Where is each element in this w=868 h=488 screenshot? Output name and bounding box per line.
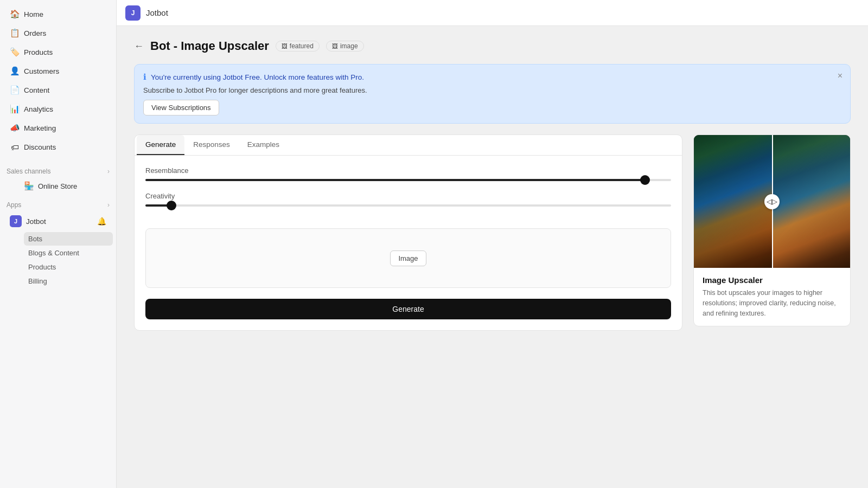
resemblance-slider-row: Resemblance <box>145 166 671 181</box>
sidebar-item-products[interactable]: 🏷️ Products <box>3 43 113 61</box>
left-panel: Generate Responses Examples Resemblance <box>134 134 682 331</box>
page-title: Bot - Image Upscaler <box>150 39 269 53</box>
view-subscriptions-button[interactable]: View Subscriptions <box>143 100 219 115</box>
upgrade-banner: ℹ You're currently using Jotbot Free. Un… <box>134 64 851 124</box>
discounts-icon: 🏷 <box>10 142 20 152</box>
content-icon: 📄 <box>10 85 20 95</box>
image-card: ◁▷ Image Upscaler This bot upscales your… <box>693 134 851 326</box>
creativity-label: Creativity <box>145 192 671 200</box>
sidebar-item-marketing[interactable]: 📣 Marketing <box>3 119 113 137</box>
tag-featured: 🖼 featured <box>276 41 320 52</box>
creativity-track[interactable] <box>145 204 671 207</box>
sidebar-item-home[interactable]: 🏠 Home <box>3 5 113 23</box>
apps-arrow[interactable]: › <box>107 201 110 209</box>
generate-button[interactable]: Generate <box>145 299 671 319</box>
topbar: J Jotbot <box>117 0 868 26</box>
tabs: Generate Responses Examples <box>135 135 682 156</box>
banner-close-button[interactable]: × <box>838 71 843 81</box>
sidebar-item-analytics[interactable]: 📊 Analytics <box>3 100 113 118</box>
upload-area[interactable]: Image <box>145 228 671 288</box>
image-preview: ◁▷ <box>694 135 850 268</box>
products-icon: 🏷️ <box>10 47 20 57</box>
online-store-icon: 🏪 <box>24 181 34 191</box>
jotbot-subitems: Bots Blogs & Content Products Billing <box>0 232 116 288</box>
image-tag-icon: 🖼 <box>332 43 338 49</box>
right-panel: ◁▷ Image Upscaler This bot upscales your… <box>693 134 851 331</box>
image-info: Image Upscaler This bot upscales your im… <box>694 268 850 326</box>
sales-channels-arrow[interactable]: › <box>107 168 110 175</box>
tab-examples[interactable]: Examples <box>239 135 288 155</box>
image-upload-button[interactable]: Image <box>390 251 426 266</box>
content-layout: Generate Responses Examples Resemblance <box>134 134 851 331</box>
orders-icon: 📋 <box>10 28 20 38</box>
tab-responses[interactable]: Responses <box>184 135 239 155</box>
resemblance-track[interactable] <box>145 179 671 181</box>
sidebar: 🏠 Home 📋 Orders 🏷️ Products 👤 Customers … <box>0 0 117 488</box>
sidebar-item-products-sub[interactable]: Products <box>24 260 113 274</box>
sliders-section: Resemblance Creativity <box>135 156 682 228</box>
creativity-thumb[interactable] <box>167 201 176 210</box>
analytics-icon: 📊 <box>10 104 20 114</box>
topbar-logo: J <box>125 5 141 21</box>
main-card: Generate Responses Examples Resemblance <box>134 134 682 331</box>
bell-icon[interactable]: 🔔 <box>97 217 106 226</box>
featured-icon: 🖼 <box>282 43 288 49</box>
banner-alert: ℹ You're currently using Jotbot Free. Un… <box>143 72 841 82</box>
tab-generate[interactable]: Generate <box>137 135 184 155</box>
apps-section: Apps › <box>0 195 116 211</box>
sidebar-item-online-store[interactable]: 🏪 Online Store <box>18 178 113 194</box>
info-icon: ℹ <box>143 72 146 82</box>
image-card-title: Image Upscaler <box>703 275 841 285</box>
sidebar-item-customers[interactable]: 👤 Customers <box>3 62 113 80</box>
sidebar-item-bots[interactable]: Bots <box>24 232 113 246</box>
customers-icon: 👤 <box>10 66 20 76</box>
sidebar-item-blogs-content[interactable]: Blogs & Content <box>24 246 113 260</box>
marketing-icon: 📣 <box>10 123 20 133</box>
resemblance-fill <box>145 179 645 181</box>
jotbot-logo-icon: J <box>10 215 22 227</box>
banner-subtext: Subscribe to Jotbot Pro for longer descr… <box>143 86 841 94</box>
content-area: ← Bot - Image Upscaler 🖼 featured 🖼 imag… <box>117 26 868 488</box>
image-split-handle[interactable]: ◁▷ <box>764 194 780 209</box>
sidebar-item-orders[interactable]: 📋 Orders <box>3 24 113 42</box>
sales-channels-section: Sales channels › <box>0 161 116 177</box>
resemblance-thumb[interactable] <box>640 175 650 185</box>
jotbot-row[interactable]: J Jotbot 🔔 <box>3 211 113 231</box>
resemblance-label: Resemblance <box>145 166 671 175</box>
sidebar-item-billing[interactable]: Billing <box>24 274 113 288</box>
back-button[interactable]: ← <box>134 41 144 52</box>
sidebar-item-discounts[interactable]: 🏷 Discounts <box>3 138 113 156</box>
jotbot-left: J Jotbot <box>10 215 46 227</box>
home-icon: 🏠 <box>10 9 20 19</box>
creativity-slider-row: Creativity <box>145 192 671 207</box>
tag-image: 🖼 image <box>326 41 364 52</box>
sidebar-item-content[interactable]: 📄 Content <box>3 81 113 99</box>
image-card-description: This bot upscales your images to higher … <box>703 288 841 318</box>
main-area: J Jotbot ← Bot - Image Upscaler 🖼 featur… <box>117 0 868 488</box>
topbar-title: Jotbot <box>146 8 168 17</box>
page-header: ← Bot - Image Upscaler 🖼 featured 🖼 imag… <box>134 39 851 53</box>
